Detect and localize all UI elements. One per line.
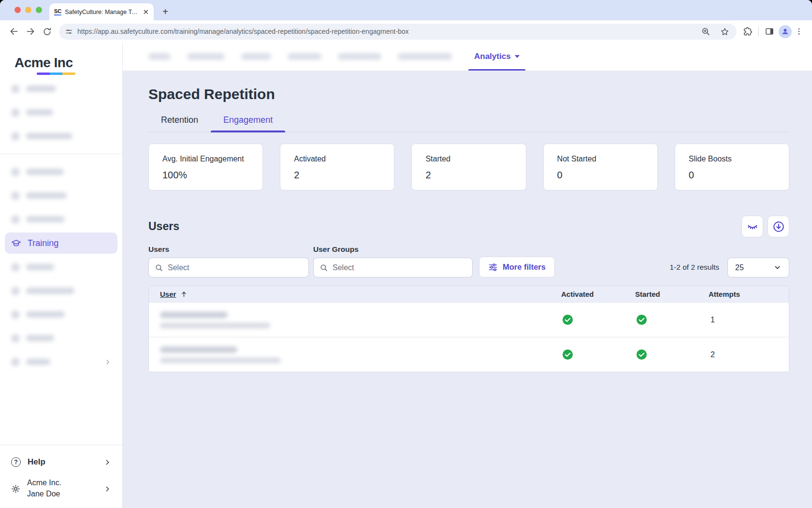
more-filters-button[interactable]: More filters bbox=[479, 257, 555, 277]
redacted-user-name bbox=[160, 312, 228, 318]
topnav-item-redacted[interactable] bbox=[288, 53, 321, 60]
minimize-window-button[interactable] bbox=[25, 7, 31, 13]
active-nav-underline bbox=[468, 69, 525, 71]
redacted-user-email bbox=[160, 358, 281, 363]
site-settings-icon[interactable] bbox=[65, 28, 73, 36]
extensions-icon[interactable] bbox=[740, 24, 755, 39]
stat-label: Not Started bbox=[557, 155, 649, 163]
topnav-item-redacted[interactable] bbox=[187, 53, 225, 60]
chevron-right-icon bbox=[103, 485, 112, 493]
chevron-right-icon bbox=[103, 458, 112, 466]
chevron-right-icon bbox=[104, 358, 112, 366]
new-tab-button[interactable]: + bbox=[159, 5, 172, 18]
redacted-icon bbox=[11, 263, 20, 272]
filters-row: Users Select User Groups Select bbox=[148, 245, 789, 277]
browser-tab[interactable]: SC SafetyCulture: Manage Teams and... ✕ bbox=[49, 3, 154, 20]
browser-menu-icon[interactable] bbox=[792, 24, 806, 39]
close-window-button[interactable] bbox=[14, 7, 21, 13]
check-circle-icon bbox=[636, 314, 647, 325]
traffic-lights bbox=[14, 7, 42, 13]
users-filter-select[interactable]: Select bbox=[148, 258, 309, 277]
stat-label: Activated bbox=[294, 155, 385, 163]
tab-retention[interactable]: Retention bbox=[148, 115, 211, 132]
sidebar-item-redacted[interactable] bbox=[5, 255, 117, 279]
browser-toolbar: https://app.au.safetyculture.com/trainin… bbox=[0, 20, 812, 43]
browser-profile-avatar[interactable] bbox=[779, 25, 792, 38]
tab-title: SafetyCulture: Manage Teams and... bbox=[65, 9, 139, 15]
redacted-icon bbox=[11, 287, 20, 295]
column-header-user-sort[interactable]: User bbox=[149, 290, 561, 298]
users-filter-label: Users bbox=[148, 245, 309, 254]
sidebar-item-redacted[interactable] bbox=[5, 124, 117, 148]
back-icon[interactable] bbox=[7, 24, 21, 39]
help-label: Help bbox=[28, 457, 45, 467]
stat-card-not-started: Not Started 0 bbox=[543, 144, 658, 190]
topnav-item-redacted[interactable] bbox=[148, 53, 171, 60]
stat-value: 2 bbox=[294, 170, 385, 181]
user-cell-redacted bbox=[149, 347, 561, 363]
safetyculture-favicon: SC bbox=[54, 9, 61, 15]
redacted-icon bbox=[11, 191, 20, 200]
tab-close-icon[interactable]: ✕ bbox=[143, 8, 149, 15]
stat-card-slide-boosts: Slide Boosts 0 bbox=[675, 144, 789, 190]
sidebar-item-redacted[interactable] bbox=[5, 326, 117, 350]
bookmark-star-icon[interactable] bbox=[718, 25, 731, 38]
users-table: User Activated Started Attempts bbox=[148, 286, 789, 372]
forward-icon[interactable] bbox=[23, 24, 38, 39]
browser-window: SC SafetyCulture: Manage Teams and... ✕ … bbox=[0, 0, 812, 508]
sort-ascending-icon bbox=[180, 290, 188, 298]
sidebar-item-training[interactable]: Training bbox=[5, 232, 117, 254]
account-org: Acme Inc. bbox=[27, 478, 61, 488]
stat-value: 0 bbox=[689, 170, 780, 181]
zoom-icon[interactable] bbox=[699, 25, 712, 38]
org-logo: Acme Inc bbox=[0, 55, 122, 75]
maximize-window-button[interactable] bbox=[36, 7, 42, 13]
sidebar-item-redacted[interactable] bbox=[5, 207, 117, 231]
sidebar-item-redacted[interactable] bbox=[5, 184, 117, 207]
activated-cell bbox=[561, 314, 635, 325]
url-bar[interactable]: https://app.au.safetyculture.com/trainin… bbox=[59, 24, 737, 40]
attempts-cell: 1 bbox=[709, 316, 789, 324]
search-icon bbox=[319, 263, 328, 272]
sidebar-item-redacted[interactable] bbox=[5, 279, 117, 303]
tab-bar: Retention Engagement bbox=[148, 115, 789, 132]
tab-engagement[interactable]: Engagement bbox=[211, 115, 285, 132]
redacted-icon bbox=[11, 310, 20, 319]
stat-label: Slide Boosts bbox=[689, 155, 780, 163]
topnav-item-redacted[interactable] bbox=[338, 53, 381, 60]
redacted-icon bbox=[11, 215, 20, 224]
groups-filter-label: User Groups bbox=[313, 245, 473, 254]
side-panel-icon[interactable] bbox=[762, 24, 777, 39]
reload-icon[interactable] bbox=[40, 24, 54, 39]
groups-filter-select[interactable]: Select bbox=[313, 258, 473, 277]
user-cell-redacted bbox=[149, 312, 561, 328]
sidebar-item-label: Training bbox=[28, 238, 58, 248]
account-menu[interactable]: Acme Inc. Jane Doe bbox=[0, 473, 122, 499]
graduation-cap-icon bbox=[11, 238, 21, 248]
help-icon: ? bbox=[11, 457, 21, 467]
topnav-item-redacted[interactable] bbox=[398, 53, 452, 60]
sidebar-item-redacted[interactable] bbox=[5, 303, 117, 326]
check-circle-icon bbox=[562, 349, 573, 360]
topnav-item-redacted[interactable] bbox=[241, 53, 271, 60]
download-button[interactable] bbox=[768, 216, 789, 237]
account-user: Jane Doe bbox=[27, 489, 61, 499]
sidebar-item-redacted[interactable] bbox=[5, 77, 117, 101]
page-size-select[interactable]: 25 bbox=[727, 258, 789, 277]
more-filters-label: More filters bbox=[503, 262, 546, 272]
sidebar-item-redacted[interactable] bbox=[5, 350, 117, 374]
sidebar: Acme Inc Training bbox=[0, 43, 123, 508]
table-header: User Activated Started Attempts bbox=[149, 286, 789, 302]
eye-closed-icon bbox=[747, 221, 758, 232]
sidebar-item-redacted[interactable] bbox=[5, 101, 117, 124]
redacted-icon bbox=[11, 168, 20, 176]
activated-cell bbox=[561, 349, 635, 360]
sidebar-item-redacted[interactable] bbox=[5, 160, 117, 184]
hide-columns-button[interactable] bbox=[741, 216, 763, 237]
redacted-user-name bbox=[160, 347, 237, 353]
stat-label: Started bbox=[425, 155, 517, 163]
help-button[interactable]: ? Help bbox=[0, 451, 122, 473]
topnav-item-analytics[interactable]: Analytics bbox=[468, 43, 525, 71]
main-area: Analytics Spaced Repetition Retention En… bbox=[123, 43, 812, 508]
page-size-value: 25 bbox=[735, 263, 744, 272]
